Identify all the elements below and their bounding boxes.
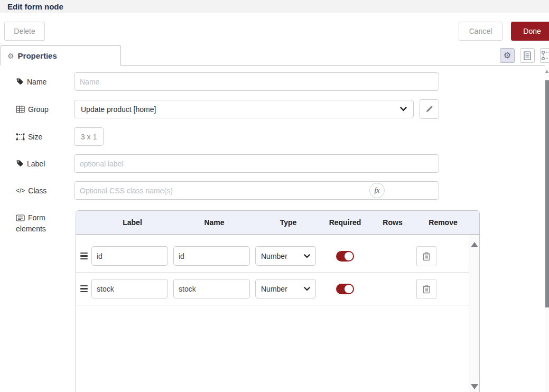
label-field-label-text: Label: [27, 160, 45, 168]
label-input[interactable]: [74, 154, 439, 173]
dialog-titlebar: Edit form node: [0, 0, 549, 13]
description-tab-button[interactable]: [520, 48, 535, 63]
class-field-label: </> Class: [16, 181, 72, 200]
tab-properties[interactable]: ⚙ Properties: [1, 45, 121, 66]
scroll-up-arrow-icon[interactable]: [545, 70, 548, 73]
column-header-name: Name: [173, 218, 255, 227]
form-elements-table-body: Number: [76, 235, 479, 305]
object-group-icon: [542, 51, 549, 60]
appearance-tab-button[interactable]: [540, 48, 549, 63]
gear-icon: ⚙: [7, 52, 14, 60]
code-icon: </>: [16, 187, 25, 194]
delete-button[interactable]: Delete: [4, 22, 45, 41]
chevron-down-icon: [304, 254, 310, 258]
size-handles-icon: [16, 133, 25, 141]
edit-group-button[interactable]: [420, 99, 439, 119]
column-header-label: Label: [91, 218, 173, 227]
size-field-label-text: Size: [28, 133, 42, 141]
page-scrollbar[interactable]: [545, 67, 549, 392]
table-row: Number: [76, 273, 469, 305]
dialog-title: Edit form node: [7, 2, 63, 11]
required-toggle[interactable]: [336, 251, 354, 262]
chevron-down-icon: [304, 287, 310, 291]
properties-panel: Name Group Update product [home]: [0, 66, 545, 392]
table-grid-icon: [16, 106, 25, 113]
remove-element-button[interactable]: [416, 246, 436, 266]
edit-form-node-dialog: Edit form node Delete Cancel Done ⚙ Prop…: [0, 0, 549, 392]
column-header-rows: Rows: [369, 218, 416, 227]
name-field-label-text: Name: [27, 78, 46, 86]
group-field-label: Group: [16, 100, 72, 118]
required-toggle[interactable]: [336, 284, 354, 294]
document-icon: [524, 51, 531, 60]
tag-icon: [16, 78, 24, 86]
drag-handle-icon[interactable]: [76, 285, 91, 293]
group-select[interactable]: Update product [home]: [74, 100, 414, 118]
chevron-down-icon: [400, 107, 407, 111]
element-type-value: Number: [261, 252, 287, 260]
element-label-input[interactable]: [91, 246, 168, 266]
pencil-icon: [425, 105, 433, 113]
trash-icon: [422, 284, 431, 294]
tag-icon: [16, 160, 24, 167]
name-field-label: Name: [16, 72, 72, 91]
name-input[interactable]: [74, 72, 439, 91]
group-select-value: Update product [home]: [81, 105, 156, 114]
remove-element-button[interactable]: [416, 279, 436, 299]
table-scrollbar[interactable]: [469, 235, 479, 392]
properties-tab-button[interactable]: ⚙: [500, 48, 515, 63]
element-label-input[interactable]: [91, 279, 168, 298]
editor-tabbar: ⚙ Properties ⚙: [0, 45, 549, 66]
cancel-button[interactable]: Cancel: [459, 22, 503, 41]
drag-handle-icon[interactable]: [76, 253, 91, 260]
scroll-down-arrow-icon[interactable]: [471, 384, 478, 389]
label-field-label: Label: [16, 154, 72, 173]
form-elements-label: Form elements: [16, 212, 72, 235]
size-button[interactable]: 3 x 1: [74, 127, 104, 146]
page-scrollbar-thumb[interactable]: [545, 80, 549, 307]
dialog-toolbar: Delete Cancel Done: [0, 13, 549, 45]
group-field-label-text: Group: [28, 105, 49, 114]
form-elements-table-header: Label Name Type Required Rows Remove: [76, 211, 479, 235]
element-type-select[interactable]: Number: [255, 246, 316, 266]
table-row: Number: [76, 240, 469, 273]
element-name-input[interactable]: [173, 279, 250, 298]
gear-icon: ⚙: [504, 51, 511, 60]
list-alt-icon: [16, 214, 25, 221]
element-type-value: Number: [261, 285, 287, 293]
done-button[interactable]: Done: [511, 22, 549, 41]
column-header-remove: Remove: [416, 218, 470, 227]
scroll-up-arrow-icon[interactable]: [471, 242, 478, 247]
class-field-label-text: Class: [28, 186, 46, 195]
tab-properties-label: Properties: [18, 51, 57, 60]
column-header-type: Type: [255, 218, 321, 227]
column-header-required: Required: [321, 218, 369, 227]
trash-icon: [422, 251, 431, 261]
fx-expression-button[interactable]: fx: [369, 183, 385, 198]
size-field-label: Size: [16, 127, 72, 146]
element-name-input[interactable]: [173, 246, 250, 266]
form-elements-table: Label Name Type Required Rows Remove: [76, 210, 480, 392]
element-type-select[interactable]: Number: [255, 279, 316, 298]
